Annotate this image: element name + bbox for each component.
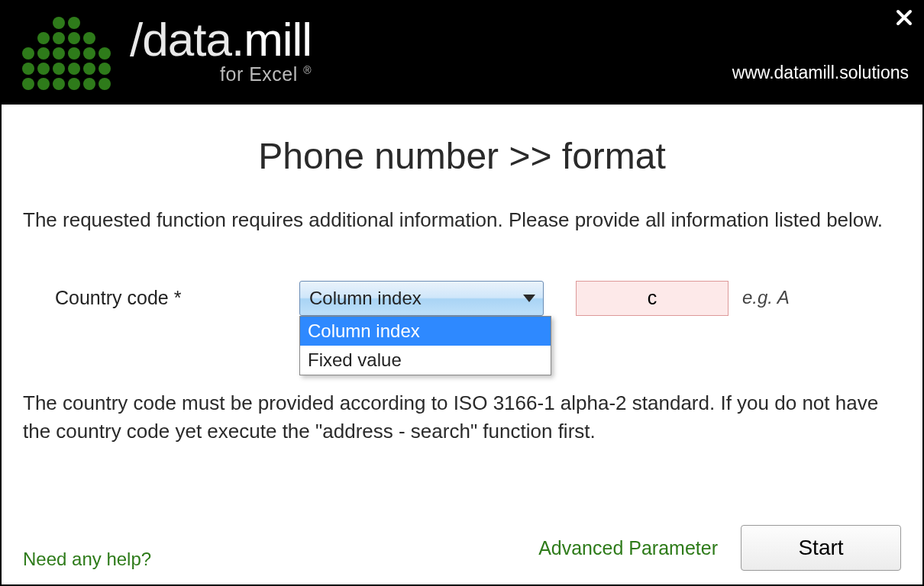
dialog-footer: Need any help? Advanced Parameter Start xyxy=(23,525,901,571)
advanced-parameter-link[interactable]: Advanced Parameter xyxy=(538,537,718,559)
logo-prefix: /data. xyxy=(130,13,244,66)
source-type-dropdown[interactable]: Column index xyxy=(299,281,544,316)
source-type-dropdown-wrap: Column index Column index Fixed value xyxy=(299,281,544,316)
help-link[interactable]: Need any help? xyxy=(23,549,151,570)
chevron-down-icon xyxy=(523,295,535,302)
logo-dot-grid-icon xyxy=(22,17,111,90)
dropdown-selected-value: Column index xyxy=(309,288,422,309)
header-bar: /data.mill for Excel ® www.datamill.solu… xyxy=(2,2,922,105)
dropdown-option-fixed-value[interactable]: Fixed value xyxy=(300,346,551,375)
page-title: Phone number >> format xyxy=(23,135,901,177)
country-code-row: Country code * Column index Column index… xyxy=(55,281,901,316)
dialog-body: Phone number >> format The requested fun… xyxy=(2,105,922,446)
logo-text: /data.mill for Excel ® xyxy=(130,16,312,85)
dialog-window: /data.mill for Excel ® www.datamill.solu… xyxy=(0,0,924,586)
close-button[interactable] xyxy=(886,2,922,34)
dropdown-option-column-index[interactable]: Column index xyxy=(300,317,551,346)
country-code-label: Country code * xyxy=(55,281,299,309)
dropdown-option-list: Column index Fixed value xyxy=(299,316,551,375)
column-index-input[interactable] xyxy=(576,281,729,316)
intro-text: The requested function requires addition… xyxy=(23,206,901,235)
registered-mark: ® xyxy=(303,64,312,76)
logo-subtitle: for Excel xyxy=(220,63,298,85)
start-button[interactable]: Start xyxy=(741,525,901,571)
close-icon xyxy=(895,8,913,27)
country-code-help-text: The country code must be provided accord… xyxy=(23,389,901,446)
logo-bold: mill xyxy=(244,13,312,66)
website-link[interactable]: www.datamill.solutions xyxy=(732,63,909,83)
input-hint: e.g. A xyxy=(742,281,790,308)
